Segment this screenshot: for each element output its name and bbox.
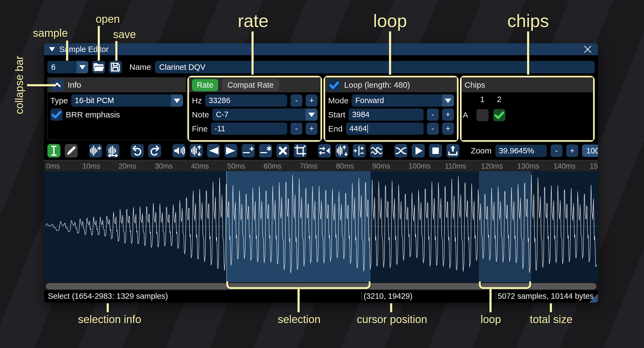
ruler-label: 90ms (372, 162, 390, 170)
close-button[interactable] (582, 44, 593, 55)
crossfade-icon (394, 144, 407, 157)
annotation-total-size: total size (530, 313, 573, 326)
ruler-label: 120ms (481, 162, 503, 170)
annotation-save: save (113, 28, 136, 41)
annotation-selection-info: selection info (78, 313, 141, 326)
apply-filter-button[interactable] (370, 144, 383, 157)
select-tool-button[interactable] (47, 144, 60, 157)
fine-minus-button[interactable]: - (290, 123, 302, 135)
total-size-text: 5072 samples, 10144 bytes (498, 292, 594, 301)
open-button[interactable] (92, 61, 105, 73)
tab-rate[interactable]: Rate (192, 79, 218, 91)
zoom-reset-button[interactable]: 100% (582, 145, 598, 157)
loop-start-label: Start (328, 110, 345, 119)
ruler-label: 40ms (191, 162, 209, 170)
chips-panel-title: Chips (465, 80, 485, 90)
annotation-line-cursor-position (390, 303, 392, 312)
invert-button[interactable] (335, 144, 348, 157)
normalize-button[interactable] (190, 144, 203, 157)
resample-button[interactable] (106, 144, 119, 157)
apply-silence-button[interactable] (259, 144, 272, 157)
note-label: Note (192, 110, 209, 119)
type-dropdown[interactable]: 16-bit PCM (71, 94, 183, 107)
trim-button[interactable] (294, 144, 307, 157)
fine-plus-button[interactable]: + (306, 123, 318, 135)
loop-end-minus-button[interactable]: - (427, 123, 439, 135)
save-button[interactable] (109, 61, 122, 73)
resize-grip[interactable] (588, 293, 598, 303)
zoom-in-button[interactable]: + (566, 145, 578, 157)
loop-start-input[interactable]: 3984 (349, 109, 424, 121)
info-panel-title: Info (68, 80, 81, 90)
loop-end-plus-button[interactable]: + (442, 123, 454, 135)
info-panel-wrapper: Info Type 16-bit PCM BRR emphasis (47, 76, 186, 142)
delete-button[interactable] (276, 144, 289, 157)
titlebar[interactable]: Sample Editor (44, 43, 598, 55)
amplify-button[interactable] (172, 144, 185, 157)
sign-icon (353, 144, 366, 157)
scrollbar-thumb[interactable] (46, 283, 596, 290)
zoom-out-button[interactable]: - (551, 145, 563, 157)
ibeam-icon (47, 144, 60, 157)
chips-annotation-box: Chips 12A (460, 76, 595, 142)
collapse-triangle-icon[interactable] (49, 47, 55, 51)
annotation-rate: rate (238, 11, 269, 31)
fade-out-button[interactable] (224, 144, 237, 157)
signed-unsigned-button[interactable] (353, 144, 366, 157)
draw-tool-button[interactable] (65, 144, 78, 157)
upload-icon (446, 144, 459, 157)
line-star-icon (259, 144, 272, 157)
insert-silence-button[interactable] (242, 144, 255, 157)
check-icon (328, 79, 340, 91)
loop-mode-dropdown[interactable]: Forward (352, 94, 454, 107)
fine-input[interactable]: -11 (211, 123, 287, 135)
hz-input[interactable]: 33286 (205, 94, 287, 107)
hz-minus-button[interactable]: - (290, 94, 302, 107)
chip-checkbox-2[interactable] (493, 109, 505, 121)
zoom-input[interactable]: 39.9645% (495, 145, 547, 157)
hz-plus-button[interactable]: + (306, 94, 318, 107)
play-icon (412, 144, 425, 157)
ruler-label: 10ms (82, 162, 100, 170)
undo-icon (131, 144, 144, 157)
sample-editor-window: Sample Editor 6 Name Clarinet DQV Info (44, 43, 598, 303)
reverse-icon (318, 144, 331, 157)
stop-preview-button[interactable] (429, 144, 442, 157)
chip-checkbox-1[interactable] (476, 109, 489, 121)
reverse-button[interactable] (318, 144, 331, 157)
ruler-label: 50ms (227, 162, 245, 170)
redo-button[interactable] (148, 144, 161, 157)
undo-button[interactable] (131, 144, 144, 157)
info-panel-header: Info (48, 78, 186, 92)
fade-in-icon (207, 144, 220, 157)
save-icon (109, 61, 122, 73)
check-icon (493, 109, 505, 121)
sample-row: 6 Name Clarinet DQV (44, 61, 598, 73)
loop-end-input[interactable]: 4464 (346, 123, 424, 135)
chips-column-label: 1 (476, 95, 489, 104)
brr-emphasis-checkbox[interactable] (50, 109, 63, 121)
tab-compat-rate[interactable]: Compat Rate (222, 79, 279, 91)
ruler-label: 130ms (517, 162, 539, 170)
note-dropdown[interactable]: C-7 (212, 109, 318, 121)
loop-start-minus-button[interactable]: - (427, 109, 439, 121)
fade-in-button[interactable] (207, 144, 220, 157)
chips-panel: Chips 12A (462, 77, 593, 140)
mode-label: Mode (328, 96, 348, 105)
annotation-open: open (96, 13, 120, 25)
resize-button[interactable] (89, 144, 102, 157)
waveform-view[interactable] (44, 171, 598, 282)
x-delete-icon (276, 144, 289, 157)
name-input[interactable]: Clarinet DQV (155, 61, 595, 73)
chevron-down-icon (442, 94, 454, 107)
collapse-bar-button[interactable] (50, 79, 64, 91)
note-value: C-7 (212, 109, 306, 121)
create-wavetable-button[interactable] (446, 144, 459, 157)
preview-button[interactable] (412, 144, 425, 157)
loop-start-plus-button[interactable]: + (442, 109, 454, 121)
sample-number-dropdown[interactable]: 6 (47, 61, 88, 73)
loop-enable-checkbox[interactable] (328, 79, 340, 91)
window-title: Sample Editor (59, 45, 109, 54)
annotation-sample: sample (33, 27, 68, 39)
crossfade-loop-button[interactable] (394, 144, 407, 157)
